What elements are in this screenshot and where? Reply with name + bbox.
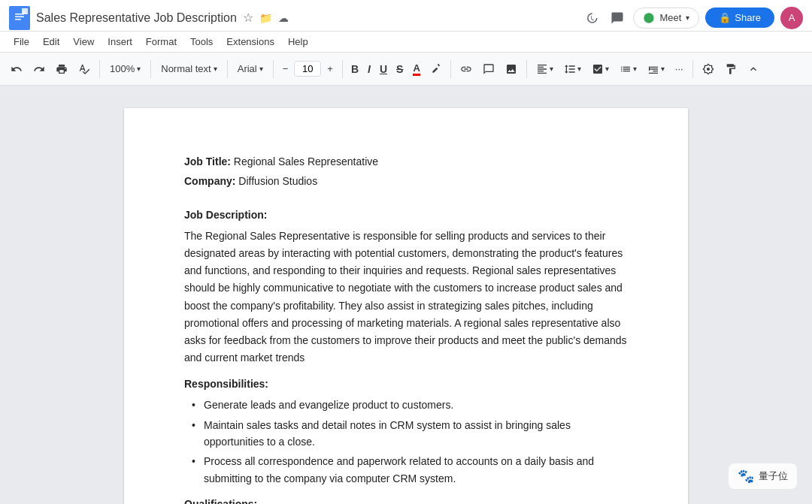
star-icon[interactable]: ☆ [243, 11, 253, 25]
sep7 [526, 60, 527, 78]
menu-insert[interactable]: Insert [102, 34, 138, 50]
font-color-icon: A [413, 62, 420, 76]
print-button[interactable] [51, 60, 72, 78]
menu-file[interactable]: File [8, 34, 35, 50]
expand-button[interactable] [743, 60, 764, 78]
title-bar: Sales Representative Job Description ☆ 📁… [0, 0, 812, 32]
font-color-button[interactable]: A [408, 59, 424, 79]
meet-button[interactable]: Meet ▾ [633, 8, 699, 29]
chat-btn[interactable] [607, 8, 627, 28]
folder-icon[interactable]: 📁 [259, 12, 272, 24]
link-button[interactable] [456, 60, 477, 78]
avatar[interactable]: A [780, 7, 803, 29]
lock-icon: 🔒 [719, 12, 731, 23]
sep4 [273, 60, 274, 78]
menu-extensions[interactable]: Extensions [220, 34, 280, 50]
gap1 [184, 193, 628, 207]
zoom-dropdown[interactable]: 100% ▾ [105, 60, 146, 77]
watermark-icon: 🐾 [738, 468, 754, 484]
company-value: Diffusion Studios [238, 175, 317, 187]
font-size-input[interactable]: 10 [294, 61, 321, 77]
title-right: Meet ▾ 🔒 Share A [582, 7, 803, 29]
list-button[interactable]: ▾ [615, 60, 641, 78]
line-spacing-button[interactable]: ▾ [559, 60, 586, 78]
svg-marker-4 [23, 10, 26, 14]
font-size-increase[interactable]: + [323, 60, 338, 77]
svg-rect-0 [13, 10, 26, 26]
title-left: Sales Representative Job Description ☆ 📁… [9, 6, 289, 30]
redo-button[interactable] [29, 60, 50, 78]
page[interactable]: Job Title: Regional Sales Representative… [124, 108, 688, 504]
bold-button[interactable]: B [347, 60, 362, 78]
text-style-label: Normal text [161, 63, 211, 74]
sep8 [692, 60, 693, 78]
align-button[interactable]: ▾ [532, 60, 558, 78]
menu-format[interactable]: Format [140, 34, 183, 50]
svg-rect-2 [15, 16, 24, 17]
sep3 [227, 60, 228, 78]
image-button[interactable] [501, 60, 522, 78]
meet-label: Meet [659, 12, 681, 23]
menu-help[interactable]: Help [282, 34, 314, 50]
font-size-decrease[interactable]: − [278, 60, 293, 77]
sep6 [450, 60, 451, 78]
spellcheck-button[interactable] [74, 60, 95, 78]
watermark-text: 量子位 [759, 469, 788, 483]
job-desc-body: The Regional Sales Representative is res… [184, 228, 628, 367]
italic-button[interactable]: I [364, 60, 374, 78]
style-chevron-icon: ▾ [214, 65, 217, 73]
job-desc-title: Job Description: [184, 207, 628, 223]
sep1 [99, 60, 100, 78]
text-style-dropdown[interactable]: Normal text ▾ [156, 60, 222, 77]
company-label: Company: [184, 175, 235, 187]
underline-button[interactable]: U [376, 60, 391, 78]
history-btn[interactable] [582, 8, 601, 28]
watermark: 🐾 量子位 [729, 463, 797, 489]
font-dropdown[interactable]: Arial ▾ [232, 60, 268, 77]
svg-rect-3 [15, 19, 21, 20]
paint-format-button[interactable] [720, 60, 741, 78]
font-label: Arial [238, 63, 257, 74]
doc-title: Sales Representative Job Description [36, 11, 237, 25]
job-title-line: Job Title: Regional Sales Representative [184, 153, 628, 170]
menu-view[interactable]: View [67, 34, 100, 50]
indent-button[interactable]: ▾ [643, 60, 669, 78]
sep5 [342, 60, 343, 78]
job-title-value: Regional Sales Representative [234, 155, 378, 167]
responsibilities-title: Responsibilities: [184, 376, 628, 392]
job-title-label: Job Title: [184, 155, 231, 167]
chevron-down-icon: ▾ [686, 14, 689, 22]
menu-tools[interactable]: Tools [184, 34, 219, 50]
list-item: Process all correspondence and paperwork… [192, 453, 628, 487]
list-item: Generate leads and evangelize product to… [192, 397, 628, 413]
undo-button[interactable] [6, 60, 27, 78]
company-line: Company: Diffusion Studios [184, 173, 628, 189]
menu-edit[interactable]: Edit [37, 34, 65, 50]
zoom-chevron-icon: ▾ [137, 65, 141, 73]
doc-area: Job Title: Regional Sales Representative… [0, 86, 812, 504]
share-button[interactable]: 🔒 Share [705, 8, 774, 28]
checklist-button[interactable]: ▾ [587, 60, 614, 78]
zoom-value: 100% [110, 63, 135, 74]
comment-button[interactable] [478, 60, 499, 78]
qualifications-title: Qualifications: [184, 496, 628, 504]
font-chevron-icon: ▾ [259, 65, 263, 73]
highlight-button[interactable] [426, 61, 446, 77]
sep2 [150, 60, 151, 78]
list-item: Maintain sales tasks and detail notes in… [192, 417, 628, 451]
strikethrough-button[interactable]: S [392, 60, 407, 78]
cloud-icon[interactable]: ☁ [278, 12, 289, 24]
svg-point-5 [644, 13, 654, 23]
svg-rect-1 [15, 14, 24, 15]
share-label: Share [735, 12, 761, 23]
menu-bar: File Edit View Insert Format Tools Exten… [0, 32, 812, 53]
responsibilities-list: Generate leads and evangelize product to… [184, 397, 628, 487]
doc-icon [9, 6, 30, 30]
clear-format-button[interactable] [698, 60, 719, 78]
more-options-button[interactable]: ··· [671, 60, 688, 77]
toolbar: 100% ▾ Normal text ▾ Arial ▾ − 10 + B I … [0, 53, 812, 86]
